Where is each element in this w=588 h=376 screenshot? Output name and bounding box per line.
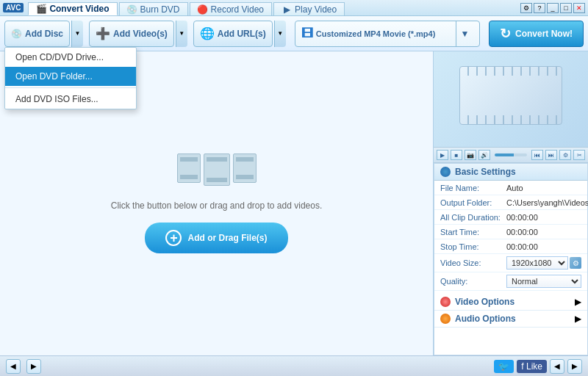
- crop-button[interactable]: ✂: [573, 150, 585, 160]
- volume-button[interactable]: 🔊: [478, 150, 490, 160]
- title-bar: AVC 🎬 Convert Video 💿 Burn DVD 🔴 Record …: [0, 0, 588, 16]
- next-frame-button[interactable]: ⏭: [545, 150, 557, 160]
- quality-row: Quality: Normal: [434, 272, 587, 291]
- open-dvd-folder-item[interactable]: Open DVD Folder...: [5, 67, 136, 86]
- title-tabs: 🎬 Convert Video 💿 Burn DVD 🔴 Record Vide…: [28, 0, 520, 15]
- audio-options-label: Audio Options: [455, 314, 570, 324]
- empty-state-icon: [177, 153, 257, 186]
- film-preview-graphic: [459, 66, 562, 132]
- toolbar: 💿 Add Disc ▼ Open CD/DVD Drive... Open D…: [0, 16, 588, 51]
- add-disc-menu: Open CD/DVD Drive... Open DVD Folder... …: [4, 47, 137, 109]
- settings-button[interactable]: ⚙: [559, 150, 571, 160]
- add-url-group: 🌐 Add URL(s) ▼: [193, 21, 286, 47]
- close-button[interactable]: ✕: [573, 3, 585, 13]
- video-size-row: Video Size: 1920x1080 ⚙: [434, 254, 587, 272]
- add-url-dropdown[interactable]: ▼: [274, 21, 286, 47]
- settings-panel: Basic Settings File Name: Auto Output Fo…: [434, 163, 588, 355]
- clip-duration-value: 00:00:00: [506, 213, 581, 222]
- add-disc-dropdown[interactable]: ▼: [71, 21, 83, 47]
- filename-label: File Name:: [440, 184, 506, 192]
- output-folder-value: C:\Users\yangh\Videos...: [506, 198, 588, 207]
- disc-icon: 💿: [11, 29, 22, 39]
- minimize-button[interactable]: _: [547, 3, 559, 13]
- menu-divider: [5, 87, 136, 88]
- video-size-label: Video Size:: [440, 258, 506, 267]
- format-icon: 🎞: [301, 27, 313, 40]
- window-controls: ⚙ ? _ □ ✕: [520, 3, 585, 13]
- film-strip-graphic: [177, 153, 257, 186]
- nav-next-button[interactable]: ▶: [26, 359, 41, 374]
- start-time-row: Start Time: 00:00:00: [434, 225, 587, 239]
- add-videos-button[interactable]: ➕ Add Video(s): [89, 21, 174, 47]
- clip-duration-row: All Clip Duration: 00:00:00: [434, 210, 587, 225]
- settings-button[interactable]: ⚙: [520, 3, 532, 13]
- help-button[interactable]: ?: [534, 3, 545, 13]
- video-size-select[interactable]: 1920x1080: [506, 256, 568, 270]
- stop-time-label: Stop Time:: [440, 242, 506, 251]
- video-options-row[interactable]: Video Options ▶: [434, 294, 587, 311]
- tab-burn[interactable]: 💿 Burn DVD: [119, 2, 188, 15]
- snapshot-button[interactable]: 📷: [465, 150, 476, 160]
- film-piece-center: [204, 153, 230, 186]
- refresh-icon: ↻: [500, 26, 511, 42]
- right-panel: ▶ ■ 📷 🔊 ⏮ ⏭ ⚙ ✂ Basic Settings File Name…: [434, 51, 588, 355]
- add-video-icon: ➕: [96, 26, 110, 40]
- plus-circle-icon: +: [165, 230, 182, 246]
- nav-prev-button[interactable]: ◀: [6, 359, 21, 374]
- options-section: Video Options ▶ Audio Options ▶: [434, 291, 587, 330]
- filename-value: Auto: [506, 184, 581, 192]
- burn-tab-icon: 💿: [127, 4, 137, 15]
- audio-options-arrow: ▶: [575, 314, 581, 324]
- format-dropdown-arrow[interactable]: ▼: [456, 21, 473, 46]
- add-videos-dropdown[interactable]: ▼: [176, 21, 187, 47]
- volume-slider[interactable]: [495, 153, 527, 156]
- start-time-label: Start Time:: [440, 228, 506, 236]
- start-time-value: 00:00:00: [506, 228, 581, 236]
- app-logo: AVC: [3, 3, 24, 12]
- film-piece-left: [177, 153, 201, 183]
- transport-bar: ▶ ■ 📷 🔊 ⏮ ⏭ ⚙ ✂: [434, 147, 588, 163]
- video-options-icon: [440, 297, 451, 307]
- stop-time-value: 00:00:00: [506, 242, 581, 251]
- drop-hint-text: Click the button below or drag and drop …: [111, 200, 323, 211]
- settings-header-icon: [440, 167, 451, 177]
- status-bar: ◀ ▶ 🐦 f Like ◀ ▶: [0, 355, 588, 376]
- preview-area: [434, 51, 588, 147]
- add-iso-item[interactable]: Add DVD ISO Files...: [5, 90, 136, 109]
- settings-header: Basic Settings: [434, 164, 587, 181]
- url-icon: 🌐: [200, 26, 215, 40]
- video-options-label: Video Options: [455, 297, 570, 307]
- video-size-gear[interactable]: ⚙: [570, 257, 581, 269]
- filename-row: File Name: Auto: [434, 181, 587, 195]
- facebook-label: f Like: [521, 361, 542, 372]
- convert-now-button[interactable]: ↻ Convert Now!: [489, 21, 584, 47]
- output-folder-label: Output Folder:: [440, 198, 506, 207]
- add-disc-button[interactable]: 💿 Add Disc: [4, 21, 70, 47]
- prev-frame-button[interactable]: ⏮: [531, 150, 543, 160]
- add-drag-button[interactable]: + Add or Drag File(s): [145, 223, 287, 253]
- tab-convert[interactable]: 🎬 Convert Video: [28, 2, 117, 15]
- tab-play[interactable]: ▶ Play Video: [273, 2, 345, 15]
- play-button[interactable]: ▶: [437, 150, 448, 160]
- status-prev-button[interactable]: ◀: [550, 359, 564, 374]
- quality-label: Quality:: [440, 277, 506, 286]
- maximize-button[interactable]: □: [560, 3, 572, 13]
- film-piece-right: [233, 153, 257, 183]
- twitter-button[interactable]: 🐦: [494, 360, 514, 373]
- social-buttons: 🐦 f Like ◀ ▶: [494, 359, 582, 374]
- convert-tab-icon: 🎬: [36, 4, 46, 14]
- quality-select[interactable]: Normal: [506, 275, 581, 288]
- facebook-button[interactable]: f Like: [517, 360, 547, 373]
- clip-duration-label: All Clip Duration:: [440, 213, 506, 222]
- add-url-button[interactable]: 🌐 Add URL(s): [193, 21, 273, 47]
- open-cd-item[interactable]: Open CD/DVD Drive...: [5, 48, 136, 67]
- play-tab-icon: ▶: [282, 4, 292, 15]
- status-next-button[interactable]: ▶: [567, 359, 582, 374]
- twitter-icon: 🐦: [498, 361, 509, 372]
- tab-record[interactable]: 🔴 Record Video: [190, 2, 273, 15]
- audio-options-row[interactable]: Audio Options ▶: [434, 311, 587, 328]
- add-videos-group: ➕ Add Video(s) ▼: [89, 21, 187, 47]
- stop-button[interactable]: ■: [451, 150, 462, 160]
- format-selector[interactable]: 🎞 Customized MP4 Movie (*.mp4) ▼: [295, 21, 480, 47]
- record-tab-icon: 🔴: [198, 4, 208, 15]
